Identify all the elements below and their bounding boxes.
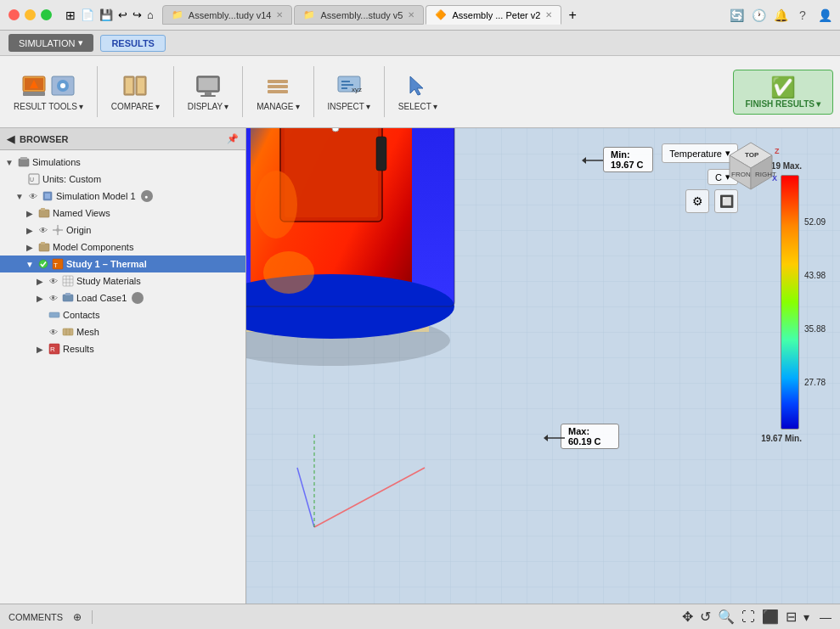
temp-max-label: Max: 60.19 C bbox=[561, 424, 619, 449]
expand-named-views[interactable]: ▶ bbox=[24, 207, 36, 219]
sidebar-collapse-btn[interactable]: ◀ bbox=[7, 133, 14, 145]
tree-units[interactable]: U Units: Custom bbox=[0, 171, 245, 188]
tab-close-v5[interactable]: ✕ bbox=[408, 10, 414, 20]
tree-study1-thermal[interactable]: ▼ T Study 1 – Thermal bbox=[0, 256, 245, 272]
more-icon[interactable]: ▾ bbox=[803, 610, 809, 624]
tree-sim-model-1[interactable]: ▼ 👁 Simulation Model 1 ● bbox=[0, 188, 245, 205]
tab-study-v14[interactable]: 📁 Assembly...tudy v14 ✕ bbox=[162, 5, 293, 25]
titlebar: ⊞ 📄 💾 ↩ ↪ ⌂ 📁 Assembly...tudy v14 ✕ 📁 As… bbox=[0, 0, 840, 31]
refresh-icon[interactable]: 🔄 bbox=[728, 7, 745, 24]
pan-icon[interactable]: ✥ bbox=[682, 609, 693, 625]
save-icon[interactable]: 💾 bbox=[99, 8, 113, 21]
tree-mesh[interactable]: 👁 Mesh bbox=[0, 323, 245, 340]
axes-svg bbox=[280, 417, 450, 553]
tree-load-case1[interactable]: ▶ 👁 Load Case1 bbox=[0, 289, 245, 306]
tree-named-views[interactable]: ▶ Named Views bbox=[0, 205, 245, 222]
divider3 bbox=[242, 66, 243, 117]
results-tab[interactable]: RESULTS bbox=[100, 35, 166, 52]
toolbar-top: SIMULATION ▾ RESULTS bbox=[0, 31, 840, 56]
close-window-btn[interactable] bbox=[8, 9, 20, 20]
svg-rect-76 bbox=[285, 128, 378, 217]
visibility-study-materials-icon[interactable]: 👁 bbox=[48, 275, 59, 287]
display-toggle-icon[interactable]: ⊟ bbox=[786, 609, 797, 625]
tab-close-peter[interactable]: ✕ bbox=[545, 10, 552, 20]
display-group[interactable]: DISPLAY ▾ bbox=[181, 69, 236, 115]
simulation-btn[interactable]: SIMULATION ▾ bbox=[8, 34, 93, 52]
tree-results[interactable]: ▶ R Results bbox=[0, 340, 245, 357]
toolbar-main: RESULT TOOLS ▾ COMPARE ▾ bbox=[0, 56, 840, 127]
expand-results[interactable]: ▶ bbox=[34, 343, 46, 355]
select-label: SELECT ▾ bbox=[398, 102, 437, 111]
display-label: DISPLAY ▾ bbox=[188, 102, 229, 111]
visibility-mesh-icon[interactable]: 👁 bbox=[48, 326, 59, 338]
expand-model-components[interactable]: ▶ bbox=[24, 241, 36, 253]
tab-close-v14[interactable]: ✕ bbox=[276, 10, 283, 20]
expand-sim-model[interactable]: ▼ bbox=[14, 190, 25, 202]
statusbar: COMMENTS ⊕ ✥ ↺ 🔍 ⛶ ⬛ ⊟ ▾ — bbox=[0, 604, 840, 629]
tab-peter-v2[interactable]: 🔶 Assembly ... Peter v2 ✕ bbox=[426, 5, 561, 25]
compare-group[interactable]: COMPARE ▾ bbox=[104, 69, 166, 115]
svg-rect-37 bbox=[39, 244, 49, 251]
display-mode-icon[interactable]: ⬛ bbox=[762, 609, 779, 625]
inspect-icons: xyz bbox=[335, 72, 363, 99]
bell-icon[interactable]: 🔔 bbox=[772, 7, 789, 24]
new-tab-btn[interactable]: + bbox=[563, 8, 581, 23]
svg-text:●: ● bbox=[144, 194, 148, 199]
study1-icon: T bbox=[51, 257, 65, 271]
help-icon[interactable]: ? bbox=[794, 7, 811, 24]
rotate-icon[interactable]: ↺ bbox=[700, 609, 711, 625]
tree-study-materials[interactable]: ▶ 👁 Study Materials bbox=[0, 272, 245, 289]
clock-icon[interactable]: 🕐 bbox=[750, 7, 767, 24]
result-tools-group[interactable]: RESULT TOOLS ▾ bbox=[7, 69, 90, 115]
tree-model-components[interactable]: ▶ Model Components bbox=[0, 239, 245, 256]
zoom-icon[interactable]: 🔍 bbox=[718, 609, 735, 625]
home-icon[interactable]: ⌂ bbox=[147, 8, 154, 21]
compare-label: COMPARE ▾ bbox=[111, 102, 160, 111]
inspect-label: INSPECT ▾ bbox=[328, 102, 370, 111]
svg-rect-29 bbox=[45, 194, 50, 199]
fit-icon[interactable]: ⛶ bbox=[741, 609, 755, 625]
divider5 bbox=[384, 66, 385, 117]
svg-point-79 bbox=[263, 251, 314, 294]
manage-icon bbox=[264, 72, 291, 99]
tab-study-v5[interactable]: 📁 Assembly...study v5 ✕ bbox=[294, 5, 424, 25]
tree-simulations[interactable]: ▼ Simulations bbox=[0, 154, 245, 171]
minimize-window-btn[interactable] bbox=[25, 9, 36, 20]
viewport[interactable]: Min: 19.67 C Max: 60.19 C Temperature ▾ … bbox=[246, 128, 840, 604]
finish-results-btn[interactable]: ✅ FINISH RESULTS ▾ bbox=[733, 70, 833, 115]
origin-icon bbox=[51, 223, 65, 237]
units-icon: U bbox=[27, 172, 41, 186]
sidebar-pin-btn[interactable]: 📌 bbox=[227, 133, 239, 144]
tree-origin[interactable]: ▶ 👁 Origin bbox=[0, 222, 245, 239]
sidebar-header: ◀ BROWSER 📌 bbox=[0, 128, 245, 150]
bottom-toolbar: ✥ ↺ 🔍 ⛶ ⬛ ⊟ ▾ bbox=[682, 609, 809, 625]
expand-origin[interactable]: ▶ bbox=[24, 224, 36, 236]
maximize-window-btn[interactable] bbox=[41, 9, 52, 20]
contacts-icon bbox=[48, 308, 61, 322]
statusbar-icon-btn[interactable]: ⊕ bbox=[73, 611, 82, 623]
manage-group[interactable]: MANAGE ▾ bbox=[250, 69, 306, 115]
expand-study-materials[interactable]: ▶ bbox=[34, 275, 46, 287]
expand-study1[interactable]: ▼ bbox=[24, 258, 36, 270]
inspect-group[interactable]: xyz INSPECT ▾ bbox=[321, 69, 377, 115]
profile-icon[interactable]: 👤 bbox=[816, 7, 833, 24]
minimize-bottom-btn[interactable]: — bbox=[820, 610, 832, 624]
redo-icon[interactable]: ↪ bbox=[132, 8, 142, 21]
load-case-badge bbox=[132, 292, 144, 304]
tabs-bar: 📁 Assembly...tudy v14 ✕ 📁 Assembly...stu… bbox=[159, 5, 721, 25]
cube-navigator[interactable]: TOP FRONT RIGHT Z X bbox=[721, 138, 781, 198]
load-case1-icon bbox=[61, 291, 75, 305]
expand-load-case1[interactable]: ▶ bbox=[34, 292, 46, 304]
svg-rect-51 bbox=[63, 329, 73, 335]
tree-contacts[interactable]: Contacts bbox=[0, 306, 245, 323]
svg-point-78 bbox=[255, 171, 297, 239]
expand-simulations[interactable]: ▼ bbox=[3, 156, 15, 168]
visibility-load-case1-icon[interactable]: 👁 bbox=[48, 292, 59, 304]
visibility-origin-icon[interactable]: 👁 bbox=[37, 224, 49, 236]
study-materials-icon bbox=[61, 274, 75, 288]
visibility-sim-model-icon[interactable]: 👁 bbox=[27, 190, 39, 202]
select-group[interactable]: SELECT ▾ bbox=[392, 69, 444, 115]
gear-settings-btn[interactable]: ⚙ bbox=[685, 189, 709, 213]
svg-marker-23 bbox=[410, 76, 423, 95]
undo-icon[interactable]: ↩ bbox=[118, 8, 127, 21]
